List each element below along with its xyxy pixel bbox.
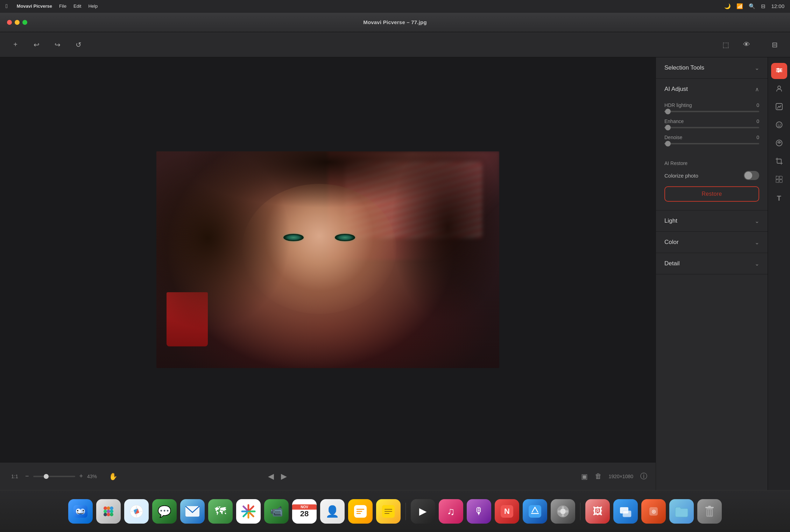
portrait-tool-button[interactable] [771, 81, 787, 97]
enhance-slider-thumb[interactable] [665, 125, 671, 130]
compare-icon: ⬚ [722, 41, 729, 49]
redo-button[interactable]: ↪ [50, 38, 64, 52]
selection-tools-header[interactable]: Selection Tools ⌄ [656, 57, 768, 78]
zoom-fit-label[interactable]: 1:1 [8, 474, 21, 479]
preview-icon: 👁 [743, 41, 750, 49]
face-tool-button[interactable] [771, 117, 787, 134]
colorize-toggle[interactable] [744, 171, 759, 180]
color-title: Color [664, 239, 679, 246]
menubar-help[interactable]: Help [85, 2, 101, 10]
zoom-out-button[interactable]: − [25, 473, 29, 480]
toolbar-right-group: ⬚ 👁 ⊟ [719, 38, 782, 52]
ai-restore-section: AI Restore Colorize photo Restore [656, 158, 768, 210]
add-button[interactable]: + [8, 38, 22, 52]
dock-item-sysprefs[interactable] [551, 499, 575, 524]
detail-header[interactable]: Detail ⌄ [656, 253, 768, 274]
svg-point-23 [107, 506, 110, 510]
menubar-edit[interactable]: Edit [70, 2, 85, 10]
dock-item-messages[interactable]: 💬 [152, 499, 177, 524]
menubar-file[interactable]: File [56, 2, 70, 10]
svg-point-10 [780, 124, 780, 124]
undo-button[interactable]: ↩ [29, 38, 43, 52]
svg-rect-16 [780, 180, 782, 182]
maps-icon: 🗺 [215, 505, 226, 518]
svg-rect-13 [776, 176, 779, 179]
zoom-thumb [44, 474, 49, 479]
image-resolution: 1920×1080 [609, 474, 633, 479]
select-tool-icon [775, 175, 783, 185]
canvas-viewport[interactable] [0, 57, 656, 462]
dock-item-mail[interactable] [180, 499, 205, 524]
dock-item-podcasts[interactable]: 🎙 [467, 499, 491, 524]
svg-rect-57 [623, 511, 631, 517]
dock-item-notes[interactable] [376, 499, 401, 524]
minimize-button[interactable] [15, 20, 20, 25]
play-back-button[interactable]: ◀ [268, 472, 274, 481]
dock-item-contacts[interactable]: 👤 [320, 499, 345, 524]
enhance-slider[interactable] [664, 127, 759, 128]
dock-item-trash[interactable] [697, 499, 722, 524]
ai-adjust-chevron: ∧ [755, 86, 759, 93]
zoom-slider[interactable] [33, 476, 75, 477]
menubar-search-icon[interactable]: 🔍 [749, 3, 755, 9]
menubar-app-name[interactable]: Movavi Picverse [13, 2, 56, 10]
hand-tool-button[interactable]: ✋ [109, 472, 118, 481]
ai-adjust-header[interactable]: AI Adjust ∧ [656, 79, 768, 100]
dock-item-safari[interactable] [124, 499, 149, 524]
save-button[interactable]: ⊟ [768, 38, 782, 52]
enhance-tool-button[interactable] [771, 99, 787, 115]
dock-item-folder[interactable] [669, 499, 694, 524]
denoise-value: 0 [756, 135, 759, 140]
dock-item-facetime[interactable]: 📹 [264, 499, 289, 524]
dock-item-finder[interactable] [68, 499, 93, 524]
svg-point-4 [779, 69, 781, 71]
gallery-button[interactable]: ▣ [581, 472, 588, 481]
photo-container [156, 151, 499, 368]
info-button[interactable]: ⓘ [640, 472, 647, 481]
dock-item-calendar[interactable]: NOV 28 [292, 499, 317, 524]
hdr-lighting-label: HDR lighting [664, 102, 692, 108]
dock-item-squash[interactable]: ⊛ [641, 499, 666, 524]
play-forward-button[interactable]: ▶ [281, 472, 287, 481]
dock-item-launchpad[interactable] [96, 499, 121, 524]
light-header[interactable]: Light ⌄ [656, 210, 768, 231]
ai-adjust-title: AI Adjust [664, 86, 688, 93]
color-header[interactable]: Color ⌄ [656, 232, 768, 253]
svg-point-52 [562, 506, 564, 509]
dock-item-screens[interactable] [613, 499, 638, 524]
dock-item-preview[interactable]: 🖼 [585, 499, 610, 524]
color-section: Color ⌄ [656, 232, 768, 253]
dock-item-maps[interactable]: 🗺 [208, 499, 233, 524]
compare-button[interactable]: ⬚ [719, 38, 733, 52]
denoise-slider[interactable] [664, 143, 759, 144]
crop-tool-button[interactable] [771, 154, 787, 170]
dock-item-appletv[interactable]: ▶ [411, 499, 435, 524]
zoom-in-button[interactable]: + [79, 473, 83, 480]
ai-restore-title: AI Restore [664, 160, 759, 166]
dock-item-music[interactable]: ♫ [439, 499, 463, 524]
dock-item-news[interactable]: N [495, 499, 519, 524]
main-canvas: 1:1 − + 43% ✋ ◀ ▶ [0, 57, 656, 490]
preview-button[interactable]: 👁 [740, 38, 754, 52]
right-panel: Selection Tools ⌄ AI Adjust ∧ HDR lighti… [656, 57, 768, 490]
preview-dock-icon: 🖼 [593, 505, 602, 517]
select-tool-button[interactable] [771, 172, 787, 188]
svg-point-24 [110, 506, 113, 510]
delete-button[interactable]: 🗑 [595, 472, 602, 480]
adjust-tool-button[interactable] [771, 63, 787, 79]
dock-item-appstore[interactable] [523, 499, 547, 524]
svg-point-8 [776, 122, 782, 128]
restore-button[interactable]: Restore [664, 186, 759, 202]
maximize-button[interactable] [22, 20, 27, 25]
watermark-tool-button[interactable] [771, 136, 787, 152]
refresh-button[interactable]: ↺ [71, 38, 85, 52]
light-chevron: ⌄ [755, 218, 759, 224]
hdr-lighting-slider[interactable] [664, 111, 759, 112]
dock-item-photos[interactable] [236, 499, 261, 524]
text-tool-button[interactable]: T [771, 190, 787, 206]
close-button[interactable] [7, 20, 12, 25]
apple-menu-icon[interactable]:  [6, 3, 8, 9]
dock-item-reminders[interactable] [348, 499, 373, 524]
hdr-slider-thumb[interactable] [665, 109, 671, 114]
denoise-slider-thumb[interactable] [665, 141, 671, 146]
